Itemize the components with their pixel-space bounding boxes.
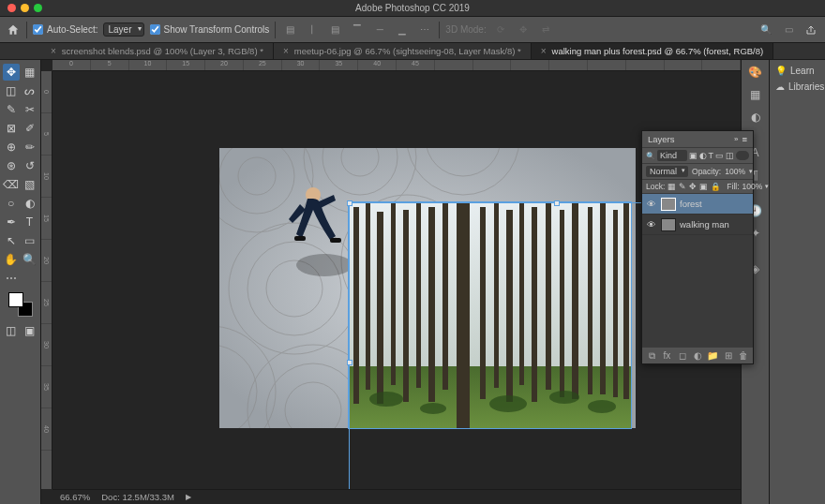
visibility-icon[interactable]: 👁 [646,199,657,209]
lock-artboard-icon[interactable]: ▣ [699,182,708,191]
fx-icon[interactable]: fx [661,350,672,361]
layer-row-walking-man[interactable]: 👁 walking man [642,215,753,235]
close-tab-icon[interactable]: × [51,46,56,56]
zoom-level[interactable]: 66.67% [60,492,90,502]
swatches-panel-icon[interactable]: ▦ [747,86,764,103]
libraries-panel[interactable]: ☁Libraries [770,80,825,94]
hand-tool[interactable]: ✋ [3,251,20,268]
align-center-v-icon[interactable]: ─ [371,22,388,38]
type-tool[interactable]: T [22,214,38,230]
layer-thumb[interactable] [661,198,676,211]
opacity-value[interactable]: 100% [725,167,745,176]
quick-select-tool[interactable]: ✎ [3,101,20,118]
delete-layer-icon[interactable]: 🗑 [738,350,749,361]
status-chevron-icon[interactable]: ▶ [186,493,191,501]
filter-pixel-icon[interactable]: ▣ [689,151,698,160]
distribute-icon[interactable]: ⋯ [416,22,433,38]
tab-walking-man[interactable]: ×walking man plus forest.psd @ 66.7% (fo… [532,43,773,59]
learn-panel[interactable]: 💡Learn [770,64,825,78]
lock-all-icon[interactable]: 🔒 [711,182,721,191]
panel-collapse-icon[interactable]: » [734,135,738,143]
color-swatch[interactable] [8,292,33,317]
dodge-tool[interactable]: ◐ [22,195,38,212]
zoom-tool[interactable]: 🔍 [22,251,38,268]
layer-row-forest[interactable]: 👁 forest [642,194,753,215]
align-top-icon[interactable]: ▔ [349,22,366,38]
show-transform-checkbox[interactable]: Show Transform Controls [150,24,270,35]
tab-screenshot-blends[interactable]: ×screenshot blends.psd @ 100% (Layer 3, … [41,43,274,59]
eyedropper-tool[interactable]: ✐ [22,120,38,137]
layer-forest-thumb[interactable] [349,202,631,428]
mode-3d-orbit-icon[interactable]: ⟳ [492,22,509,38]
close-tab-icon[interactable]: × [283,46,289,56]
shape-tool[interactable]: ▭ [22,232,38,249]
panel-menu-icon[interactable]: ≡ [742,134,747,144]
clone-tool[interactable]: ⊛ [3,157,20,174]
mode-3d-slide-icon[interactable]: ⇄ [537,22,554,38]
align-right-icon[interactable]: ▤ [326,22,343,38]
history-brush-tool[interactable]: ↺ [22,157,38,174]
auto-select-checkbox[interactable]: Auto-Select: [33,24,98,35]
healing-tool[interactable]: ⊕ [3,139,20,156]
layer-thumb[interactable] [661,218,676,231]
align-bottom-icon[interactable]: ▁ [394,22,411,38]
filter-toggle[interactable] [736,151,749,160]
quickmask-tool[interactable]: ◫ [3,322,20,339]
move-tool[interactable]: ✥ [3,64,20,81]
brush-tool[interactable]: ✏ [22,139,38,156]
zoom-window-button[interactable] [34,4,42,12]
filter-smart-icon[interactable]: ◫ [726,151,734,160]
chevron-down-icon[interactable]: ▾ [749,168,753,175]
layers-panel[interactable]: Layers » ≡ 🔍 Kind ▣ ◐ T ▭ ◫ Normal Opaci… [641,130,754,364]
close-window-button[interactable] [8,4,16,12]
minimize-window-button[interactable] [21,4,29,12]
layers-filter-dropdown[interactable]: Kind [657,150,687,161]
layers-panel-header[interactable]: Layers » ≡ [642,131,753,148]
auto-select-dropdown[interactable]: Layer [103,22,143,37]
tab-meetup[interactable]: ×meetup-06.jpg @ 66.7% (sightseeing-08, … [274,43,532,59]
chevron-down-icon[interactable]: ▾ [765,183,769,190]
canvas[interactable]: 051015202530354045 0510152025303540 [41,60,741,504]
mask-icon[interactable]: ◻ [677,350,688,361]
doc-size[interactable]: Doc: 12.5M/33.3M [101,492,174,502]
blend-mode-dropdown[interactable]: Normal [646,166,688,177]
adjustment-layer-icon[interactable]: ◐ [692,350,703,361]
blur-tool[interactable]: ○ [3,195,20,212]
mode-3d-pan-icon[interactable]: ✥ [515,22,532,38]
lasso-tool[interactable]: ᔕ [22,82,38,99]
close-tab-icon[interactable]: × [541,46,547,56]
artboard-tool[interactable]: ▦ [22,64,38,81]
workspace-icon[interactable]: ▭ [780,22,797,38]
align-left-icon[interactable]: ▤ [281,22,298,38]
fill-value[interactable]: 100% [742,182,763,191]
filter-type-icon[interactable]: T [709,151,714,160]
crop-tool[interactable]: ✂ [22,101,38,118]
new-layer-icon[interactable]: ⊞ [722,350,733,361]
ruler-horizontal[interactable]: 051015202530354045 [52,60,741,71]
visibility-icon[interactable]: 👁 [646,219,657,230]
filter-adjust-icon[interactable]: ◐ [699,151,707,160]
filter-shape-icon[interactable]: ▭ [715,151,724,160]
lock-pixels-icon[interactable]: ✎ [679,182,686,191]
screenmode-tool[interactable]: ▣ [22,322,38,339]
eraser-tool[interactable]: ⌫ [3,176,20,193]
color-panel-icon[interactable]: 🎨 [747,64,764,81]
lock-transparency-icon[interactable]: ▦ [668,182,676,191]
ruler-vertical[interactable]: 0510152025303540 [41,71,52,489]
foreground-color[interactable] [8,292,23,307]
share-icon[interactable] [802,22,819,38]
document-artwork[interactable] [219,148,636,428]
align-center-h-icon[interactable]: 丨 [304,22,321,38]
marquee-tool[interactable]: ◫ [3,82,20,99]
adjustments-panel-icon[interactable]: ◐ [747,109,764,126]
gradient-tool[interactable]: ▧ [22,176,38,193]
frame-tool[interactable]: ⊠ [3,120,20,137]
home-icon[interactable] [6,22,21,37]
group-icon[interactable]: 📁 [707,350,718,361]
search-icon[interactable]: 🔍 [758,22,774,38]
link-layers-icon[interactable]: ⧉ [646,350,657,362]
edit-toolbar[interactable]: ⋯ [3,270,20,287]
path-tool[interactable]: ↖ [3,232,20,249]
pen-tool[interactable]: ✒ [3,214,20,230]
lock-position-icon[interactable]: ✥ [689,182,697,191]
